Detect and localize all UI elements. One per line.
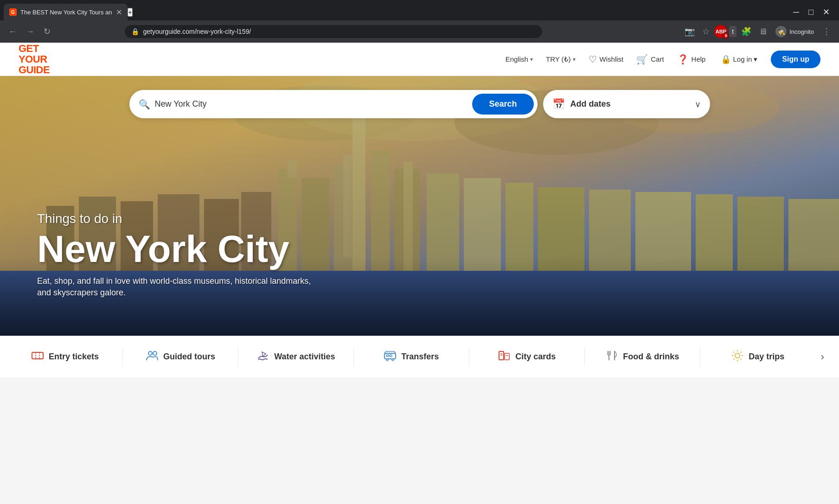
day-trips-icon [731, 349, 744, 365]
help-label: Help [692, 55, 706, 63]
date-chevron-icon: ∨ [695, 99, 701, 109]
svg-line-56 [741, 351, 742, 352]
bookmark-icon[interactable]: ☆ [699, 24, 712, 39]
category-entry-tickets[interactable]: Entry tickets [9, 343, 121, 371]
categories-next-button[interactable]: › [815, 347, 830, 367]
login-icon: 🔒 [721, 54, 731, 64]
site-logo[interactable]: GET YOUR GUIDE [19, 43, 50, 75]
category-day-trips[interactable]: Day trips [702, 343, 813, 371]
login-button[interactable]: 🔒 Log in ▾ [713, 50, 765, 69]
category-divider-1 [122, 348, 123, 366]
wishlist-label: Wishlist [600, 55, 624, 63]
logo-guide: GUIDE [19, 64, 50, 75]
hero-section: 🔍 Search 📅 Add dates ∨ Things to do in N… [0, 76, 839, 336]
tab-bar: G The BEST New York City Tours an ✕ + ─ … [0, 0, 839, 20]
address-bar[interactable]: 🔒 getyourguide.com/new-york-city-l159/ [125, 25, 542, 38]
hero-subtitle: Things to do in [37, 211, 325, 226]
forward-button[interactable]: → [23, 25, 37, 38]
category-water-activities[interactable]: Water activities [240, 343, 352, 371]
url-text: getyourguide.com/new-york-city-l159/ [143, 28, 536, 35]
menu-icon[interactable]: ⋮ [820, 24, 833, 39]
close-tab-icon[interactable]: ✕ [116, 8, 122, 17]
search-box: 🔍 Search [129, 90, 538, 118]
logo-get: GET [19, 43, 50, 54]
signup-button[interactable]: Sign up [771, 51, 820, 68]
language-label: English [506, 55, 528, 63]
food-drinks-label: Food & drinks [623, 352, 679, 362]
category-divider-2 [238, 348, 238, 366]
window-controls: ─ □ ✕ [789, 5, 839, 19]
category-bar: Entry tickets Guided tours [0, 336, 839, 377]
active-tab[interactable]: G The BEST New York City Tours an ✕ [4, 4, 128, 20]
search-bar-wrapper: 🔍 Search 📅 Add dates ∨ [0, 90, 839, 118]
search-button[interactable]: Search [472, 94, 533, 115]
cart-label: Cart [651, 55, 664, 63]
incognito-button[interactable]: 🕵 Incognito [772, 24, 818, 39]
language-selector[interactable]: English ▾ [500, 51, 538, 67]
food-drinks-icon [605, 349, 618, 365]
svg-point-38 [392, 359, 394, 361]
back-button[interactable]: ← [6, 25, 19, 38]
adblock-button[interactable]: ABP 9 [714, 25, 727, 38]
search-input[interactable] [155, 99, 473, 109]
camera-icon[interactable]: 📷 [682, 24, 698, 39]
category-divider-4 [469, 348, 469, 366]
minimize-button[interactable]: ─ [789, 6, 803, 19]
new-tab-button[interactable]: + [128, 8, 133, 17]
cart-icon: 🛒 [636, 54, 648, 65]
extension-icon[interactable]: t [729, 26, 737, 37]
cast-icon[interactable]: 🖥 [756, 24, 770, 39]
category-city-cards[interactable]: City cards [471, 343, 583, 371]
hero-description: Eat, shop, and fall in love with world-c… [37, 275, 325, 299]
language-chevron-icon: ▾ [530, 56, 533, 63]
svg-rect-43 [505, 353, 509, 360]
logo-your: YOUR [19, 54, 50, 64]
browser-chrome: G The BEST New York City Tours an ✕ + ─ … [0, 0, 839, 43]
close-window-button[interactable]: ✕ [819, 5, 833, 19]
cart-button[interactable]: 🛒 Cart [631, 50, 669, 69]
city-cards-label: City cards [515, 352, 556, 362]
svg-rect-36 [390, 355, 392, 357]
water-activities-icon [256, 349, 269, 365]
heart-icon: ♡ [589, 54, 597, 65]
guided-tours-icon [146, 349, 159, 365]
puzzle-icon[interactable]: 🧩 [738, 24, 754, 39]
svg-rect-35 [386, 355, 389, 357]
category-divider-5 [584, 348, 585, 366]
svg-point-32 [148, 351, 152, 355]
wishlist-button[interactable]: ♡ Wishlist [583, 50, 629, 69]
transfers-label: Transfers [401, 352, 439, 362]
calendar-icon: 📅 [552, 98, 565, 110]
security-icon: 🔒 [131, 28, 139, 35]
incognito-label: Incognito [789, 28, 814, 35]
hero-text: Things to do in New York City Eat, shop,… [37, 211, 325, 299]
category-food-drinks[interactable]: Food & drinks [587, 343, 698, 371]
help-button[interactable]: ❓ Help [672, 50, 711, 69]
category-guided-tours[interactable]: Guided tours [125, 343, 236, 371]
tab-favicon: G [9, 8, 17, 16]
svg-rect-42 [499, 351, 504, 360]
category-divider-3 [353, 348, 354, 366]
category-transfers[interactable]: Transfers [356, 343, 467, 371]
transfers-icon [384, 349, 397, 365]
date-picker[interactable]: 📅 Add dates ∨ [543, 90, 710, 118]
address-bar-row: ← → ↻ 🔒 getyourguide.com/new-york-city-l… [0, 20, 839, 43]
maximize-button[interactable]: □ [805, 6, 817, 19]
currency-chevron-icon: ▾ [573, 56, 576, 63]
svg-line-54 [734, 351, 735, 352]
website: GET YOUR GUIDE English ▾ TRY (₺) ▾ ♡ Wis… [0, 43, 839, 377]
currency-label: TRY (₺) [546, 55, 571, 64]
site-header: GET YOUR GUIDE English ▾ TRY (₺) ▾ ♡ Wis… [0, 43, 839, 76]
entry-tickets-label: Entry tickets [49, 352, 99, 362]
refresh-button[interactable]: ↻ [41, 25, 53, 38]
svg-line-55 [741, 358, 742, 359]
date-text: Add dates [570, 99, 689, 109]
tab-title: The BEST New York City Tours an [20, 9, 112, 16]
category-divider-6 [700, 348, 700, 366]
svg-point-33 [153, 351, 157, 355]
main-nav: English ▾ TRY (₺) ▾ ♡ Wishlist 🛒 Cart ❓ … [500, 50, 820, 69]
svg-point-37 [386, 359, 388, 361]
water-activities-label: Water activities [274, 352, 335, 362]
help-icon: ❓ [677, 54, 689, 65]
currency-selector[interactable]: TRY (₺) ▾ [540, 51, 581, 67]
